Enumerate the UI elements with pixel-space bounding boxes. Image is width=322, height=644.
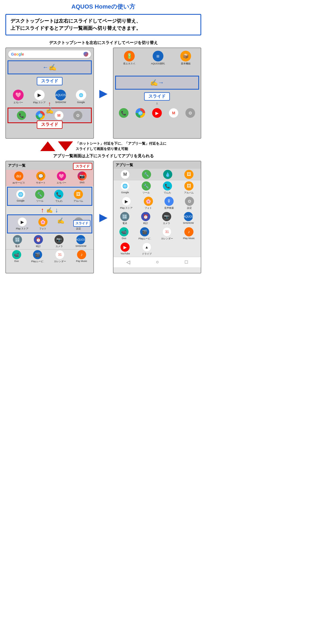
app-shshow: AQUOS SHSHOW — [55, 90, 66, 104]
app-playstore2: ▶ Play ストア — [16, 217, 28, 230]
app-right-photo: 🌸 フォト — [144, 197, 153, 210]
play-store-icon2: ▶ — [18, 217, 27, 226]
app-right-row4: 📹 Duo 🎬 Playムービ. 31 カレンダー ♪ Play Music — [114, 226, 201, 241]
app-support: 💬 サポート — [36, 171, 46, 185]
page-title: AQUOS Homeの使い方 — [5, 3, 201, 11]
app-list-left-header-area: アプリ一覧 ✍ スライド — [6, 161, 93, 170]
album-icon: 🖼 — [74, 190, 83, 199]
hand-middle: ✍ — [46, 207, 53, 213]
triangle-up-icon — [40, 141, 55, 151]
app-right-playmusic: ♪ Play Music — [183, 227, 195, 240]
settings-icon-right: ⚙ — [185, 108, 195, 118]
google-search-bar[interactable]: Google — [8, 50, 91, 58]
clock-icon-r: ⏰ — [141, 212, 150, 221]
app-right-youtube: ▶ YouTube — [120, 243, 130, 256]
gmail-icon-left: M — [54, 111, 64, 120]
app-denwa: 📞 でんわ — [54, 190, 63, 203]
app-right-empty2 — [185, 243, 194, 256]
app-basic: 📦 基本機能 — [180, 51, 191, 65]
au-icon: au — [14, 171, 23, 181]
tools-icon: 🔧 — [35, 190, 44, 199]
nav-bar-right: ◁ ○ □ — [114, 257, 201, 267]
camera-icon-r: 📷 — [162, 212, 171, 221]
app-list-label-left: アプリ一覧 — [8, 163, 25, 168]
nav-recents[interactable]: □ — [185, 259, 188, 265]
app-right-playstore: ▶ Play ストア — [120, 197, 133, 210]
app-list-left-screen: アプリ一覧 ✍ スライド au auサービス 💬 サポート 🩷 エモバー — [5, 161, 94, 273]
top-icon-1: M — [120, 170, 130, 179]
slide-box-right: ✍ → — [115, 76, 199, 90]
youtube-icon-right: ▶ — [152, 108, 162, 118]
app-right-camera: 📷 カメラ — [162, 212, 171, 225]
aquos-util-icon: ⊞ — [153, 51, 163, 61]
center-arrow-right: ▶ — [98, 47, 109, 139]
nav-home[interactable]: ○ — [156, 259, 159, 265]
slide-box-row2: 🌐 Google 🔧 ツール 📞 でんわ 🖼 — [7, 187, 92, 206]
app-list-label-right: アプリ一覧 — [116, 163, 133, 167]
slide-badge-top-area: スライド — [73, 162, 92, 170]
google-logo: Google — [11, 52, 24, 56]
hand-cursor-right: ✍ — [150, 79, 158, 86]
app-right-settings: ⚙ 設定 — [185, 197, 194, 210]
top-icon-2: 🔧 — [142, 170, 151, 179]
hand-cursor-icon: ✍ — [49, 64, 57, 71]
app-right-tools: 🔧 ツール — [142, 181, 151, 195]
gmail-icon-right: M — [169, 108, 178, 118]
app-calendar: 31 カレンダー — [54, 250, 66, 263]
section2-label: アプリ一覧画面は上下にスライドしてアプリを見られる — [5, 153, 201, 159]
screens-row-1: Google ← ✍ スライド 🩷 エモバー ▶ Play ストア AQUOS … — [5, 47, 201, 139]
empty-slot-2 — [185, 243, 194, 252]
right-phone-screen: 🔋 長エネスイ. ⊞ AQUOS便利. 📦 基本機能 ✍ → スライド ∧ 📞 — [113, 47, 202, 139]
settings-icon-r: ⚙ — [185, 197, 194, 206]
slide-badge-right: スライド — [144, 92, 170, 101]
app-duo: 📹 Duo — [12, 250, 21, 263]
app-emoba2: 🩷 エモバー — [57, 171, 66, 185]
app-right-row1: 🌐 Google 🔧 ツール 📞 でんわ 🖼 アルバム — [114, 180, 201, 196]
v-arrows-area: ↑ ✍ ↓ — [6, 206, 93, 214]
shshow-icon: AQUOS — [55, 90, 66, 100]
big-arrows-row: 「ホットシート」付近を下に、「アプリ一覧」付近を上に スライドして画面を切り替え… — [5, 141, 201, 151]
app-right-row0: M 🔧 💧 🖼 — [114, 169, 201, 180]
photo-icon: 🌸 — [38, 217, 47, 226]
app-eco: 🔋 長エネスイ. — [123, 51, 136, 65]
app-right-duo: 📹 Duo — [119, 227, 129, 240]
app-right-playmovies: 🎬 Playムービ. — [138, 227, 151, 240]
tools-icon-r: 🔧 — [142, 181, 151, 191]
eco-icon: 🔋 — [124, 51, 135, 61]
play-store-icon: ▶ — [34, 90, 45, 100]
basic-icon: 📦 — [180, 51, 191, 61]
app-right-clock: ⏰ 時計 — [141, 212, 150, 225]
up-arrow-red: ↑ — [41, 206, 44, 214]
support-icon: 💬 — [36, 171, 45, 181]
app-play-store: ▶ Play ストア — [33, 90, 46, 104]
down-arrow-blue: ↓ — [55, 206, 58, 214]
emoba-icon: 🩷 — [13, 90, 24, 100]
google-icon: 🌐 — [76, 90, 86, 100]
triangle-down-icon — [58, 141, 73, 151]
app-shshow2: AQUOS SHSHOW — [75, 235, 86, 248]
slide-badge-red: スライド — [37, 120, 63, 129]
voice-icon-r: 🎙 — [164, 197, 174, 206]
google-icon-r: 🌐 — [120, 181, 130, 191]
nav-back[interactable]: ◁ — [126, 259, 130, 265]
slide-section-left: 🌐 Google 🔧 ツール 📞 でんわ 🖼 — [6, 187, 93, 233]
google-icon2: 🌐 — [16, 190, 25, 199]
left-phone-screen: Google ← ✍ スライド 🩷 エモバー ▶ Play ストア AQUOS … — [5, 47, 94, 139]
slide-box-row3: ▶ Play ストア 🌸 フォト ✍ ⚙ 設定 — [7, 214, 92, 233]
slide-box-red-left: 📞 🌐 M ⚙ ↑ ✍ スライド — [8, 108, 92, 123]
chevron-divider: ∧ — [114, 101, 201, 105]
play-store-icon-r: ▶ — [122, 197, 131, 206]
denwa-icon: 📞 — [54, 190, 63, 199]
section1-label: デスクトップシートを左右にスライドしてページを切り替え — [5, 40, 201, 45]
app-sns: 📷 SNS — [78, 171, 87, 185]
mic-icon — [83, 52, 88, 57]
play-music-icon: ♪ — [77, 250, 86, 259]
app-right-row5: ▶ YouTube ▲ ドライブ — [114, 241, 201, 257]
app-row-au: au auサービス 💬 サポート 🩷 エモバー 📷 SNS — [6, 170, 93, 186]
top-icon-4: 🖼 — [184, 170, 193, 179]
arrow-right-icon: → — [158, 79, 164, 86]
denwa-icon-r: 📞 — [163, 181, 172, 191]
play-movies-icon-r: 🎬 — [140, 227, 149, 236]
hand-icon-mid: ✍ — [57, 217, 64, 224]
row3-icons: ▶ Play ストア 🌸 フォト ✍ ⚙ 設定 — [9, 216, 90, 232]
